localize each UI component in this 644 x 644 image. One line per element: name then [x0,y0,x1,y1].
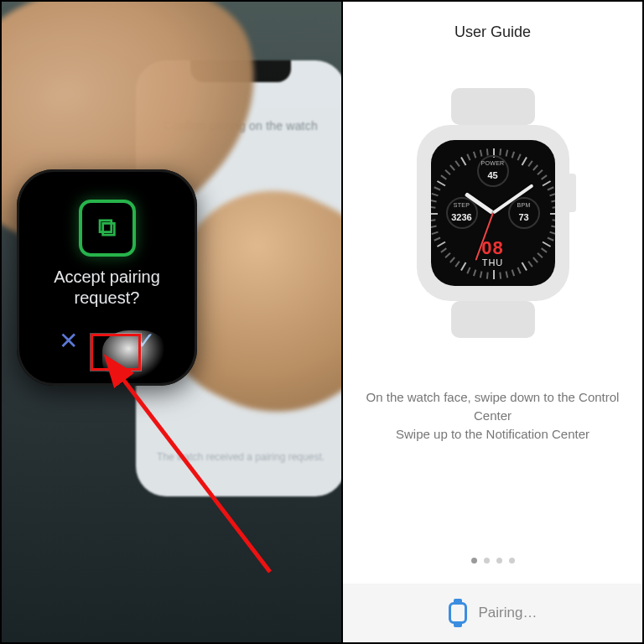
watch-lug-bottom [451,301,535,338]
page-dot[interactable] [496,558,502,564]
page-dot[interactable] [471,558,477,564]
subdial-bpm: BPM 73 [508,197,540,229]
link-icon: ⧉ [79,200,136,257]
annotation-highlight-box [91,334,141,371]
decline-button[interactable]: ✕ [50,322,87,359]
watch-face: POWER 45 STEP 3236 BPM 73 08 [431,140,555,286]
page-dot[interactable] [484,558,490,564]
status-text: Pairing… [479,605,538,621]
page-indicator[interactable] [343,558,642,564]
instruction-text: On the watch face, swipe down to the Con… [343,388,642,443]
phone-sub-text: The watch received a pairing request. [144,451,337,463]
two-panel-layout: Confirm pairing on the watch The watch r… [0,0,644,644]
pairing-status-bar: Pairing… [343,584,642,642]
page-title: User Guide [454,23,531,41]
watch-case: POWER 45 STEP 3236 BPM 73 08 [417,125,569,301]
date-display: 08 THU [431,237,555,267]
pairing-prompt-text: Accept pairing request? [54,267,160,309]
link-glyph: ⧉ [98,213,116,242]
subdial-power: POWER 45 [477,155,509,187]
page-dot[interactable] [509,558,515,564]
watch-crown [566,174,576,212]
watch-outline-icon [449,602,467,624]
close-icon: ✕ [59,327,78,355]
watch-illustration: POWER 45 STEP 3236 BPM 73 08 [417,88,569,338]
watch-lug-top [451,88,535,125]
user-guide-panel: User Guide POWER 45 STEP 3236 BPM [341,2,642,642]
photo-panel: Confirm pairing on the watch The watch r… [2,2,341,642]
